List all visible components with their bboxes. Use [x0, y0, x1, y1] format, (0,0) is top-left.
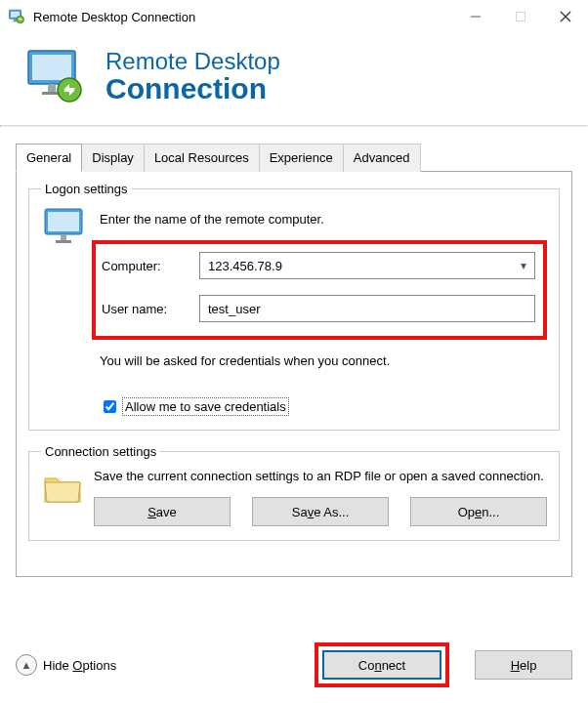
- logon-settings-legend: Logon settings: [41, 182, 132, 196]
- svg-rect-10: [32, 55, 71, 80]
- connection-settings-group: Connection settings Save the current con…: [28, 444, 560, 541]
- tab-experience[interactable]: Experience: [260, 144, 344, 172]
- open-button[interactable]: Open...: [410, 497, 547, 526]
- minimize-button[interactable]: [453, 1, 498, 32]
- maximize-button: [498, 1, 543, 32]
- save-credentials-checkbox[interactable]: [104, 400, 116, 413]
- computer-value: 123.456.78.9: [208, 259, 282, 273]
- tab-display[interactable]: Display: [82, 144, 145, 172]
- tab-general[interactable]: General: [16, 144, 82, 172]
- connection-instruction: Save the current connection settings to …: [94, 469, 547, 483]
- footer: ▲ Hide Options Connect Help: [16, 642, 572, 687]
- titlebar: Remote Desktop Connection: [0, 0, 588, 33]
- input-highlight: Computer: 123.456.78.9 ▾ User name:: [92, 240, 547, 340]
- computer-label: Computer:: [102, 259, 199, 273]
- window-title: Remote Desktop Connection: [33, 10, 453, 24]
- header-title-line2: Connection: [105, 73, 280, 104]
- folder-icon: [41, 469, 84, 508]
- tab-panel-general: Logon settings Enter the name of the rem…: [16, 171, 572, 577]
- connect-button[interactable]: Connect: [322, 650, 441, 680]
- header: Remote Desktop Connection: [0, 33, 588, 125]
- monitor-icon: [41, 206, 90, 251]
- chevron-down-icon: ▾: [521, 259, 526, 272]
- help-button[interactable]: Help: [475, 650, 572, 680]
- save-button[interactable]: Save: [94, 497, 231, 526]
- save-credentials-label: Allow me to save credentials: [122, 397, 289, 416]
- svg-rect-17: [56, 240, 71, 243]
- computer-combobox[interactable]: 123.456.78.9 ▾: [199, 252, 535, 279]
- svg-rect-15: [48, 212, 79, 231]
- connection-settings-legend: Connection settings: [41, 444, 160, 459]
- logon-instruction: Enter the name of the remote computer.: [100, 212, 547, 227]
- svg-rect-2: [14, 19, 17, 21]
- logon-settings-group: Logon settings Enter the name of the rem…: [28, 182, 560, 431]
- username-input[interactable]: [199, 295, 535, 322]
- rdp-large-icon: [23, 47, 88, 105]
- header-title-line1: Remote Desktop: [105, 49, 280, 73]
- svg-rect-6: [517, 13, 525, 21]
- close-button[interactable]: [543, 1, 588, 32]
- svg-rect-16: [61, 234, 66, 240]
- tab-local-resources[interactable]: Local Resources: [145, 144, 260, 172]
- hide-options-toggle[interactable]: ▲ Hide Options: [16, 654, 116, 676]
- tab-strip: General Display Local Resources Experien…: [16, 143, 572, 171]
- chevron-up-icon: ▲: [16, 654, 37, 676]
- save-as-button[interactable]: Save As...: [252, 497, 389, 526]
- connect-highlight: Connect: [315, 642, 449, 687]
- svg-rect-11: [48, 84, 56, 92]
- username-label: User name:: [102, 302, 199, 316]
- credentials-note: You will be asked for credentials when y…: [100, 353, 547, 368]
- tab-advanced[interactable]: Advanced: [344, 144, 421, 172]
- rdp-icon: [8, 8, 25, 25]
